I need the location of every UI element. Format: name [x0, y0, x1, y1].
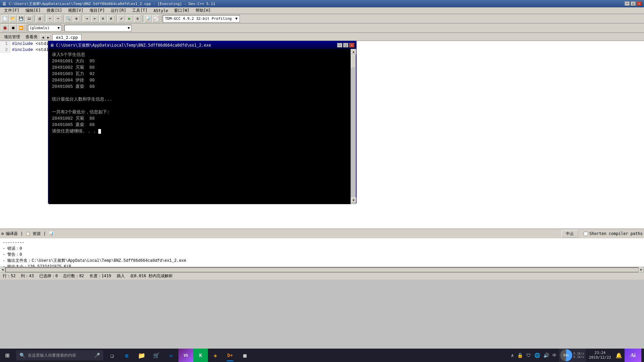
chart1-button[interactable]: 📊: [144, 15, 152, 22]
tray-network[interactable]: 🌐: [533, 353, 541, 358]
tray-ime[interactable]: 中: [551, 353, 557, 358]
console-window: 🖥 C:\Users\王俊辉\AppData\Local\Temp\BNZ.5d…: [48, 41, 357, 203]
compiler-icon: ⚙: [1, 231, 4, 236]
open-button[interactable]: 📂: [9, 15, 17, 22]
h-scroll-track[interactable]: [5, 267, 639, 272]
menu-run[interactable]: 运行[R]: [108, 7, 129, 14]
tray-shield[interactable]: 🛡: [525, 353, 532, 358]
console-titlebar-controls: ─ □ ✕: [337, 43, 355, 48]
chart2-button[interactable]: 📈: [152, 15, 160, 22]
menu-view[interactable]: 视图[V]: [65, 7, 86, 14]
debug-button[interactable]: 🐞: [1, 24, 9, 32]
scroll-left[interactable]: ◀: [0, 267, 5, 273]
unindent-button[interactable]: ⇤: [91, 15, 99, 22]
resource-label: 资源: [33, 231, 41, 237]
vs-button[interactable]: VS: [178, 349, 193, 362]
output-line-5: - 输出大小：126.5732421875 KiB: [3, 264, 641, 267]
console-scrollbar[interactable]: ▲ ▼: [351, 49, 356, 204]
close-button[interactable]: ✕: [637, 1, 642, 6]
abort-button[interactable]: 中止: [561, 230, 578, 238]
menu-file[interactable]: 文件[F]: [1, 7, 22, 14]
menu-window[interactable]: 窗口[W]: [171, 7, 192, 14]
cpu-meter: 51%: [560, 349, 572, 361]
uncomment-button[interactable]: ≢: [107, 15, 115, 22]
menu-help[interactable]: 帮助[H]: [193, 7, 214, 14]
menu-tools[interactable]: 工具[T]: [129, 7, 150, 14]
menu-edit[interactable]: 编辑[E]: [23, 7, 44, 14]
shorten-paths-label[interactable]: Shorten compiler paths: [584, 231, 643, 236]
run-button[interactable]: ▶: [126, 15, 133, 22]
save-button[interactable]: 💾: [17, 15, 25, 22]
globals-dropdown[interactable]: (globals) ▼: [28, 25, 61, 32]
taskbar-search[interactable]: 🔍 在这里输入你要搜索的内容 🎤: [16, 350, 103, 360]
status-col: 列：43: [21, 273, 34, 279]
output-line-2: - 错误：0: [3, 246, 641, 252]
undo-button[interactable]: ↩: [46, 15, 54, 22]
redo-button[interactable]: ↪: [54, 15, 62, 22]
edge-button[interactable]: e: [119, 349, 134, 362]
task-view-button[interactable]: ❑: [105, 349, 119, 362]
console-line-4: 20491003 瓦力 92: [52, 71, 347, 77]
menu-search[interactable]: 搜索[S]: [44, 7, 65, 14]
clock[interactable]: 23:24 2019/12/22: [587, 351, 613, 360]
status-insert: 插入: [117, 273, 125, 279]
console-line-1: 录入5个学生信息: [52, 52, 347, 58]
find-all-button[interactable]: ⊕: [73, 15, 80, 22]
step-button[interactable]: ⏩: [17, 24, 25, 32]
scroll-right[interactable]: ▶: [639, 267, 644, 273]
output-line-4: - 输出文件名：C:\Users\王俊辉\AppData\Local\Temp\…: [3, 258, 641, 264]
new-button[interactable]: 📄: [1, 15, 9, 22]
tray-lock[interactable]: 🔒: [516, 353, 524, 358]
kaspersky-button[interactable]: K: [193, 349, 208, 362]
taskbar-ai-button[interactable]: Ai: [625, 349, 641, 362]
stop-debug-button[interactable]: ⏹: [9, 24, 17, 32]
scroll-thumb[interactable]: [351, 55, 356, 68]
scroll-up[interactable]: ▲: [351, 49, 356, 54]
compiler-label: 编译器: [6, 231, 18, 237]
mail-button[interactable]: ✉: [164, 349, 178, 362]
start-button[interactable]: ⊞: [0, 349, 15, 362]
console-maximize[interactable]: □: [343, 43, 348, 48]
file-tab[interactable]: ex1_2.cpp: [52, 34, 82, 41]
console-close[interactable]: ✕: [349, 43, 355, 48]
store-button[interactable]: 🛒: [149, 349, 164, 362]
microphone-icon[interactable]: 🎤: [94, 353, 100, 358]
title-bar: 🖥 C:\Users\王俊辉\AppData\Local\Temp\BNZ.5d…: [0, 0, 644, 7]
sep7: [161, 15, 161, 22]
console-content[interactable]: 录入5个学生信息 20491001 大白 95 20491002 灭菊 88 2…: [49, 49, 351, 204]
profiling-dropdown[interactable]: TDM-GCC 4.9.2 32-bit Profiling ▼: [163, 15, 240, 22]
menu-project[interactable]: 项目[P]: [87, 7, 108, 14]
dashboard-button[interactable]: ▦: [237, 349, 252, 362]
save-all-button[interactable]: 🗂: [25, 15, 33, 22]
explorer-button[interactable]: 📁: [134, 349, 149, 362]
console-cursor: [98, 129, 101, 134]
vpn-button[interactable]: ◈: [208, 349, 223, 362]
maximize-button[interactable]: □: [631, 1, 636, 6]
output-line-1: ---------: [3, 240, 641, 246]
print-button[interactable]: 🖨: [36, 15, 43, 22]
console-minimize[interactable]: ─: [337, 43, 342, 48]
prev-arrow[interactable]: ◀: [40, 35, 46, 40]
tray-volume[interactable]: 🔊: [542, 353, 550, 358]
function-dropdown[interactable]: ▼: [64, 25, 131, 32]
indent-button[interactable]: ⇥: [83, 15, 91, 22]
scroll-down[interactable]: ▼: [351, 197, 356, 203]
network-widget: 51% 0.1K/s 0.1K/s: [559, 349, 586, 362]
menu-astyle[interactable]: AStyle: [151, 8, 171, 14]
tray-expand[interactable]: ∧: [510, 353, 515, 358]
compile-run-button[interactable]: ⚙: [134, 15, 141, 22]
console-icon: 🖥: [50, 43, 54, 48]
net-down: 0.1K/s: [574, 355, 585, 359]
next-arrow[interactable]: ▶: [46, 35, 51, 40]
minimize-button[interactable]: ─: [625, 1, 630, 6]
view-tab[interactable]: 查看类: [23, 34, 40, 41]
find-button[interactable]: 🔍: [65, 15, 72, 22]
h-scrollbar[interactable]: ◀ ▶: [0, 267, 644, 272]
devpp-button[interactable]: D+: [223, 349, 237, 362]
compile-button[interactable]: ✔: [118, 15, 125, 22]
console-line-13: 请按任意键继续. . .: [52, 128, 347, 134]
comment-button[interactable]: ≡: [99, 15, 107, 22]
notification-button[interactable]: 🔔: [614, 352, 623, 359]
project-tab[interactable]: 项目管理: [1, 34, 23, 41]
shorten-paths-checkbox[interactable]: [584, 232, 588, 236]
